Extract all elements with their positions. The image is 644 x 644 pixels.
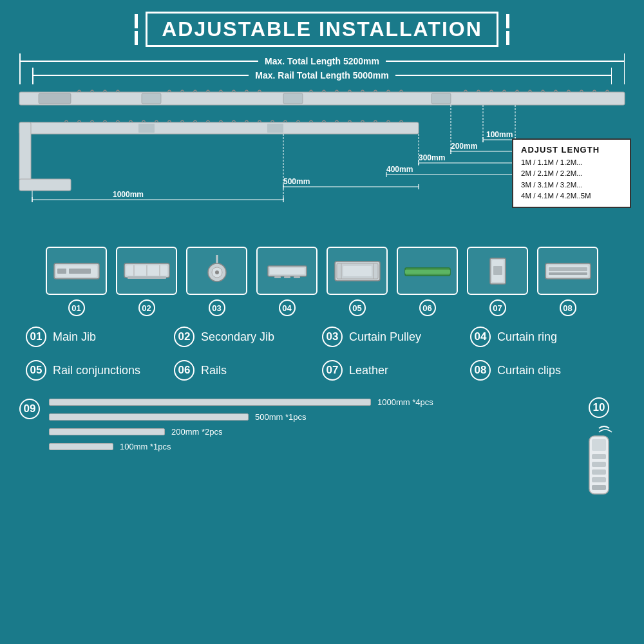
svg-rect-65 — [405, 270, 450, 274]
legend-item-01: 01 Main Jib — [26, 320, 174, 354]
part-item-06: 06 — [397, 247, 458, 316]
legend-num-09: 09 — [19, 399, 40, 419]
svg-rect-55 — [270, 268, 305, 274]
rail-sizes-diagram: 1000mm *4pcs 500mm *1pcs 200mm *2pcs 100… — [49, 391, 547, 451]
legend-num-01: 01 — [26, 327, 46, 347]
svg-rect-8 — [138, 124, 155, 133]
svg-rect-9 — [267, 124, 283, 133]
legend-num-03: 03 — [322, 327, 343, 347]
legend-item-02: 02 Secondary Jib — [174, 320, 322, 354]
part-num-04: 04 — [279, 299, 296, 316]
parts-icons-row: 01 02 03 — [13, 247, 631, 316]
legend-num-08: 08 — [470, 360, 491, 381]
svg-rect-63 — [343, 266, 372, 276]
rail-bar-500 — [49, 413, 249, 421]
adjust-line-1: 1M / 1.1M / 1.2M... — [521, 157, 622, 168]
rail-length-label: Max. Rail Total Length 5000mm — [249, 70, 395, 80]
part-num-01: 01 — [68, 299, 85, 316]
diagram-area: 100mm 200mm 300mm 400mm 500mm 1000mm — [13, 87, 631, 242]
svg-text:100mm: 100mm — [486, 130, 513, 139]
adjust-line-3: 3M / 3.1M / 3.2M... — [521, 180, 622, 191]
part-item-04: 04 — [256, 247, 317, 316]
rail-row-1000: 1000mm *4pcs — [49, 397, 547, 407]
legend-item-07: 07 Leather — [322, 354, 470, 387]
legend-row-1: 01 Main Jib 02 Secondary Jib 03 Curtain … — [26, 320, 618, 354]
svg-rect-71 — [549, 267, 587, 271]
legend-label-07: Leather — [349, 364, 388, 377]
remote-icon — [573, 422, 625, 499]
adjust-line-4: 4M / 4.1M / 4.2M..5M — [521, 191, 622, 202]
rail-row-200: 200mm *2pcs — [49, 427, 547, 437]
legend-label-05: Rail conjunctions — [53, 364, 140, 377]
legend-label-04: Curtain ring — [497, 330, 557, 344]
rail-bar-200 — [49, 428, 165, 435]
rail-row-100: 100mm *1pcs — [49, 442, 547, 451]
rail-row-500: 500mm *1pcs — [49, 412, 547, 422]
part-item-03: 03 — [186, 247, 247, 316]
svg-rect-5 — [19, 122, 419, 134]
legend-row-2: 05 Rail conjunctions 06 Rails 07 Leather… — [26, 354, 618, 387]
svg-rect-78 — [592, 477, 606, 482]
part-box-05 — [327, 247, 388, 295]
legend-item-03: 03 Curtain Pulley — [322, 320, 470, 354]
svg-rect-77 — [592, 469, 606, 475]
legend-item-06: 06 Rails — [174, 354, 322, 387]
svg-rect-0 — [19, 92, 625, 105]
legend-label-06: Rails — [201, 364, 227, 377]
svg-text:200mm: 200mm — [451, 142, 477, 151]
rail-label-1000: 1000mm *4pcs — [377, 397, 433, 407]
svg-rect-43 — [69, 269, 91, 274]
legend-num-02: 02 — [174, 327, 194, 347]
part-box-06 — [397, 247, 458, 295]
part-box-03 — [186, 247, 247, 295]
part-box-04 — [256, 247, 317, 295]
rail-label-200: 200mm *2pcs — [171, 427, 222, 437]
legend-item-04: 04 Curtain ring — [470, 320, 618, 354]
svg-rect-2 — [142, 93, 161, 104]
part-num-03: 03 — [209, 299, 225, 316]
svg-text:400mm: 400mm — [386, 165, 413, 174]
part-num-05: 05 — [349, 299, 366, 316]
remote-section: 10 — [573, 391, 625, 499]
legend-label-08: Curtain clips — [497, 364, 561, 377]
legend-num-04: 04 — [470, 327, 491, 347]
total-length-label: Max. Total Length 5200mm — [258, 56, 386, 66]
svg-rect-56 — [274, 276, 281, 278]
part-box-02 — [116, 247, 177, 295]
svg-rect-72 — [549, 272, 587, 275]
part-item-07: 07 — [467, 247, 528, 316]
svg-rect-57 — [284, 276, 290, 278]
page-title: ADJUSTABLE INSTALLATION — [146, 12, 498, 47]
svg-point-53 — [215, 270, 219, 274]
part-item-01: 01 — [46, 247, 107, 316]
svg-rect-76 — [592, 462, 606, 467]
svg-rect-3 — [283, 93, 303, 104]
legend-label-03: Curtain Pulley — [349, 330, 421, 344]
part-box-01 — [46, 247, 107, 295]
adjust-title: ADJUST LENGTH — [521, 145, 622, 155]
legend-section: 01 Main Jib 02 Secondary Jib 03 Curtain … — [26, 320, 618, 387]
svg-rect-7 — [19, 179, 71, 191]
legend-num-05: 05 — [26, 360, 46, 381]
rail-label-100: 100mm *1pcs — [120, 442, 171, 451]
part-item-05: 05 — [327, 247, 388, 316]
legend-num-07: 07 — [322, 360, 343, 381]
adjust-length-box: ADJUST LENGTH 1M / 1.1M / 1.2M... 2M / 2… — [512, 138, 631, 208]
legend-num-06: 06 — [174, 360, 194, 381]
bottom-section: 09 1000mm *4pcs 500mm *1pcs 200mm *2pcs … — [19, 391, 625, 499]
svg-rect-58 — [294, 276, 300, 278]
rail-bar-100 — [49, 443, 113, 450]
rail-label-500: 500mm *1pcs — [255, 412, 306, 422]
svg-rect-68 — [493, 266, 502, 275]
rail-bar-1000 — [49, 399, 371, 406]
svg-rect-75 — [592, 454, 606, 459]
part-item-08: 08 — [537, 247, 598, 316]
part-num-06: 06 — [419, 299, 436, 316]
svg-rect-79 — [592, 485, 606, 490]
part-box-07 — [467, 247, 528, 295]
adjust-line-2: 2M / 2.1M / 2.2M... — [521, 168, 622, 179]
legend-label-01: Main Jib — [53, 330, 96, 344]
svg-text:1000mm: 1000mm — [113, 190, 144, 199]
part-num-02: 02 — [138, 299, 155, 316]
legend-item-08: 08 Curtain clips — [470, 354, 618, 387]
